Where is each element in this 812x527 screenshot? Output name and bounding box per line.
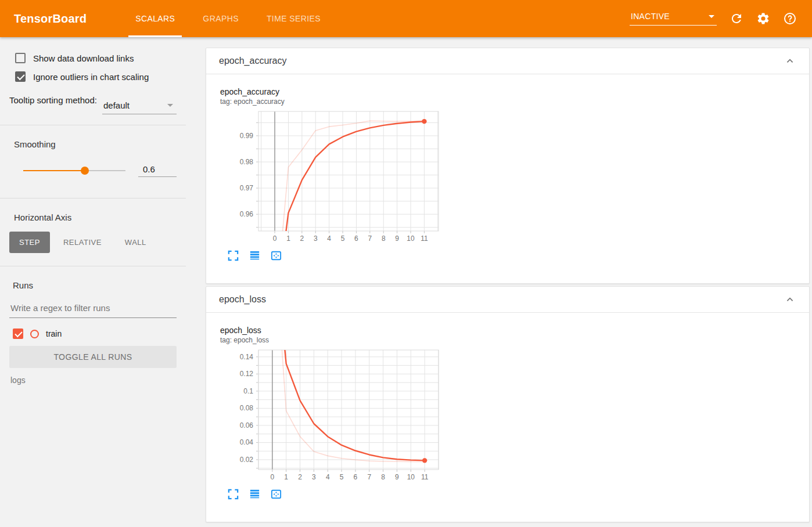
svg-text:10: 10 — [407, 234, 415, 243]
nav-tabs: SCALARS GRAPHS TIME SERIES — [121, 0, 335, 37]
accuracy-chart[interactable]: 0.960.970.980.9901234567891011 — [226, 109, 440, 244]
toggle-size-icon[interactable] — [249, 488, 261, 500]
chevron-down-icon — [709, 15, 714, 18]
horizontal-axis-label: Horizontal Axis — [14, 212, 177, 222]
tab-scalars[interactable]: SCALARS — [121, 0, 189, 37]
chart-title: epoch_accuracy — [220, 87, 795, 96]
svg-text:0.99: 0.99 — [240, 132, 254, 140]
svg-text:8: 8 — [382, 234, 386, 243]
run-train-checkbox[interactable] — [13, 329, 23, 339]
axis-relative-button[interactable]: RELATIVE — [53, 232, 112, 253]
axis-wall-button[interactable]: WALL — [115, 232, 156, 253]
help-icon[interactable] — [783, 12, 797, 26]
card-epoch-loss: epoch_loss epoch_loss tag: epoch_loss 0.… — [206, 286, 810, 522]
svg-text:1: 1 — [284, 473, 288, 481]
settings-sidebar: Show data download links Ignore outliers… — [0, 37, 186, 527]
svg-text:3: 3 — [314, 234, 318, 243]
svg-text:5: 5 — [341, 234, 345, 243]
fullscreen-icon[interactable] — [227, 250, 239, 262]
svg-text:11: 11 — [421, 234, 428, 243]
ignore-outliers-label: Ignore outliers in chart scaling — [33, 72, 149, 82]
chart-toolbar — [227, 250, 795, 262]
toggle-size-icon[interactable] — [249, 250, 261, 262]
runs-label: Runs — [13, 280, 177, 290]
show-download-links-label: Show data download links — [33, 53, 134, 63]
svg-text:6: 6 — [354, 234, 358, 243]
runs-filter-input[interactable] — [9, 297, 177, 318]
sidebar-divider — [0, 125, 186, 125]
run-train-label: train — [46, 329, 62, 338]
svg-text:0.04: 0.04 — [240, 438, 254, 446]
svg-text:9: 9 — [395, 234, 399, 243]
svg-text:0.98: 0.98 — [240, 158, 254, 166]
header-actions: INACTIVE — [630, 12, 812, 26]
svg-text:6: 6 — [354, 473, 358, 481]
svg-text:4: 4 — [327, 234, 331, 243]
run-color-circle[interactable] — [30, 330, 39, 338]
fit-domain-icon[interactable] — [270, 250, 282, 262]
chart-tag: tag: epoch_accuracy — [220, 98, 795, 106]
tooltip-sorting-select[interactable]: default — [102, 99, 177, 114]
status-label: INACTIVE — [631, 12, 670, 21]
axis-step-button[interactable]: STEP — [9, 232, 50, 253]
tooltip-sorting-label: Tooltip sorting method: — [9, 95, 102, 114]
svg-text:0.96: 0.96 — [240, 210, 254, 218]
app-header: TensorBoard SCALARS GRAPHS TIME SERIES I… — [0, 0, 812, 37]
chart-tag: tag: epoch_loss — [220, 336, 795, 344]
app-title: TensorBoard — [0, 12, 98, 26]
svg-text:9: 9 — [395, 473, 399, 481]
chart-title: epoch_loss — [220, 326, 795, 335]
svg-text:8: 8 — [381, 473, 385, 481]
card-group-title: epoch_accuracy — [219, 56, 287, 66]
card-header[interactable]: epoch_loss — [206, 287, 809, 313]
run-row-train: train — [13, 329, 177, 339]
svg-text:3: 3 — [312, 473, 316, 481]
fullscreen-icon[interactable] — [227, 488, 239, 500]
tooltip-sorting-value: default — [103, 100, 130, 110]
fit-domain-icon[interactable] — [270, 488, 282, 500]
card-epoch-accuracy: epoch_accuracy epoch_accuracy tag: epoch… — [206, 48, 810, 284]
chevron-down-icon — [167, 104, 173, 107]
svg-text:4: 4 — [326, 473, 330, 481]
show-download-links-checkbox[interactable] — [15, 53, 26, 63]
svg-text:0: 0 — [273, 234, 277, 243]
svg-text:5: 5 — [340, 473, 344, 481]
svg-text:7: 7 — [367, 473, 371, 481]
smoothing-label: Smoothing — [14, 139, 177, 149]
smoothing-slider[interactable] — [23, 170, 125, 171]
sidebar-divider — [0, 198, 186, 198]
gear-icon[interactable] — [756, 12, 770, 26]
card-group-title: epoch_loss — [219, 294, 266, 305]
svg-text:11: 11 — [421, 473, 429, 481]
status-dropdown[interactable]: INACTIVE — [630, 12, 717, 26]
svg-text:0.06: 0.06 — [240, 421, 254, 429]
svg-text:0: 0 — [271, 473, 275, 481]
svg-text:10: 10 — [407, 473, 415, 481]
chevron-up-icon[interactable] — [784, 55, 796, 67]
svg-text:0.02: 0.02 — [240, 456, 254, 464]
svg-text:2: 2 — [298, 473, 302, 481]
refresh-icon[interactable] — [730, 12, 743, 26]
tab-graphs[interactable]: GRAPHS — [189, 0, 253, 37]
smoothing-value[interactable]: 0.6 — [138, 164, 177, 177]
sidebar-divider — [0, 266, 186, 266]
toggle-all-runs-button[interactable]: TOGGLE ALL RUNS — [9, 346, 177, 368]
log-directory-label: logs — [10, 376, 177, 385]
svg-text:1: 1 — [286, 234, 290, 243]
svg-text:2: 2 — [300, 234, 304, 243]
svg-text:0.97: 0.97 — [240, 184, 254, 192]
loss-chart[interactable]: 0.020.040.060.080.10.120.140123456789101… — [226, 348, 440, 482]
ignore-outliers-checkbox[interactable] — [15, 71, 26, 82]
card-header[interactable]: epoch_accuracy — [206, 48, 809, 74]
tab-time-series[interactable]: TIME SERIES — [253, 0, 335, 37]
chevron-up-icon[interactable] — [784, 293, 796, 306]
svg-text:0.14: 0.14 — [240, 353, 254, 361]
svg-text:7: 7 — [368, 234, 372, 243]
svg-text:0.08: 0.08 — [240, 404, 254, 412]
svg-text:0.12: 0.12 — [240, 370, 254, 378]
dashboard-main: epoch_accuracy epoch_accuracy tag: epoch… — [186, 37, 812, 527]
chart-toolbar — [227, 488, 795, 500]
smoothing-slider-thumb[interactable] — [81, 167, 89, 175]
svg-text:0.1: 0.1 — [243, 387, 253, 395]
smoothing-slider-fill — [23, 170, 85, 171]
